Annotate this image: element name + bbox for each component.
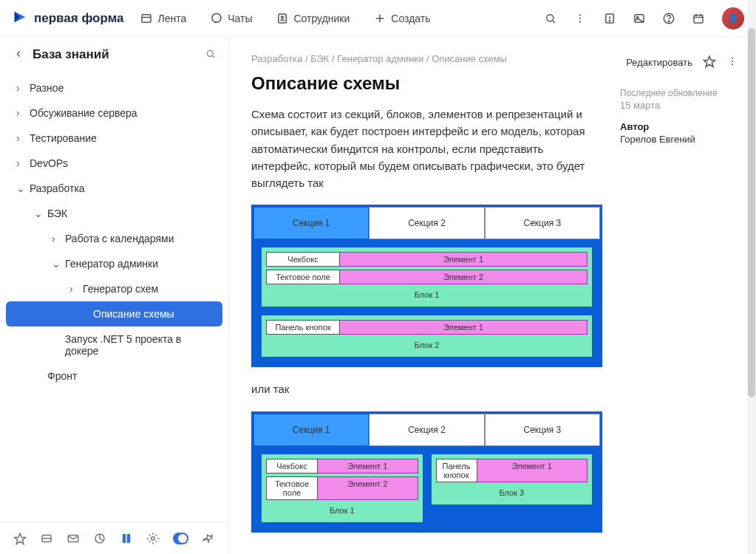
crumb-1[interactable]: БЭК — [310, 53, 329, 64]
svg-rect-30 — [123, 534, 126, 543]
scrollbar-thumb[interactable] — [748, 28, 755, 397]
chat-icon — [210, 12, 223, 25]
tree-item-1[interactable]: ›Обсуживание сервера — [6, 100, 222, 126]
avatar[interactable]: 👤 — [722, 7, 744, 30]
svg-point-4 — [282, 16, 284, 18]
tree-item-label: Описание схемы — [93, 308, 174, 320]
book-icon — [120, 532, 133, 545]
nav-create[interactable]: Создать — [366, 7, 437, 30]
crumb-3[interactable]: Описание схемы — [432, 53, 507, 64]
page-title: Описание схемы — [251, 73, 602, 94]
footer-star[interactable] — [13, 530, 27, 547]
crumb-0[interactable]: Разработка — [251, 53, 302, 64]
tree-item-2[interactable]: ›Тестирование — [6, 126, 222, 151]
footer-toggle[interactable] — [173, 533, 188, 544]
footer-mail[interactable] — [67, 530, 80, 547]
footer-book[interactable] — [120, 530, 133, 547]
tree-item-label: Разработка — [30, 182, 85, 194]
tree: ›Разное›Обсуживание сервера›Тестирование… — [0, 72, 228, 521]
tree-item-3[interactable]: ›DevOPs — [6, 151, 222, 176]
d1-tab-1: Секция 1 — [253, 207, 369, 239]
nav-employees-label: Сотрудники — [293, 13, 350, 24]
svg-point-7 — [547, 14, 554, 21]
meta-panel: Редактировать Последнее обновление 15 ма… — [620, 53, 738, 536]
kebab-button[interactable] — [570, 8, 590, 29]
footer-inbox[interactable] — [40, 530, 53, 547]
tree-item-8[interactable]: ›Генератор схем — [6, 276, 222, 301]
page-more-button[interactable] — [726, 55, 738, 69]
d1-block-1: ЧекбоксЭлемент 1 Тектовое полеЭлемент 2 … — [261, 247, 593, 307]
svg-point-23 — [207, 50, 213, 56]
more-vertical-icon — [726, 55, 738, 67]
tree-item-6[interactable]: ›Работа с календарями — [6, 226, 222, 251]
d1-b2-r0-el: Элемент 1 — [340, 320, 588, 335]
tree-item-11[interactable]: Фронт — [6, 363, 222, 389]
tree-item-5[interactable]: ⌄БЭК — [6, 201, 222, 226]
image-button[interactable] — [629, 8, 650, 29]
chevron-down-icon: ⌄ — [52, 258, 59, 270]
footer-settings[interactable] — [146, 530, 160, 547]
d2-l-r0-label: Чекбокс — [266, 459, 318, 473]
d2-l-r1-el: Элемент 2 — [318, 476, 418, 500]
tree-item-4[interactable]: ⌄Разработка — [6, 176, 222, 201]
intro-paragraph: Схема состоит из секций, блоков, элемент… — [251, 106, 602, 191]
calendar-button[interactable] — [688, 8, 709, 29]
svg-point-10 — [579, 17, 581, 18]
tree-item-label: Генератор схем — [83, 283, 158, 295]
d1-b1-name: Блок 1 — [266, 287, 588, 299]
logo-icon — [12, 9, 28, 27]
tree-item-label: Работа с календарями — [65, 233, 174, 244]
svg-point-32 — [151, 536, 155, 540]
tree-item-label: Разное — [30, 82, 64, 94]
tree-item-label: Запуск .NET 5 проекта в докере — [65, 333, 215, 357]
svg-point-18 — [668, 21, 670, 22]
feed-icon — [140, 12, 153, 25]
sidebar-back[interactable] — [13, 49, 24, 61]
tree-item-label: Фронт — [47, 370, 77, 382]
svg-point-35 — [732, 61, 733, 62]
nav-feed[interactable]: Лента — [132, 7, 194, 30]
tree-item-label: Тестирование — [30, 132, 97, 144]
sidebar-search[interactable] — [205, 48, 217, 62]
svg-point-34 — [732, 58, 733, 59]
help-button[interactable] — [658, 8, 679, 29]
nav-chats[interactable]: Чаты — [202, 7, 259, 30]
d2-left-block: ЧекбоксЭлемент 1 Тектовое полеЭлемент 2 … — [261, 454, 423, 523]
scrollbar[interactable] — [747, 0, 756, 554]
search-button[interactable] — [540, 8, 561, 29]
sidebar-title: База знаний — [33, 47, 196, 62]
sidebar: База знаний ›Разное›Обсуживание сервера›… — [0, 37, 229, 554]
svg-line-8 — [553, 21, 555, 23]
diagram-1: Секция 1 Секция 2 Секция 3 ЧекбоксЭлемен… — [251, 205, 602, 367]
d1-tab-2: Секция 2 — [369, 207, 484, 239]
svg-rect-0 — [142, 14, 151, 22]
tree-item-0[interactable]: ›Разное — [6, 75, 222, 100]
crumb-2[interactable]: Генератор админки — [337, 53, 423, 64]
chevron-right-icon: › — [16, 107, 24, 119]
chevron-left-icon — [13, 49, 24, 59]
svg-marker-33 — [704, 56, 715, 66]
tree-item-label: Обсуживание сервера — [30, 107, 137, 119]
footer-chart[interactable] — [93, 530, 106, 547]
sidebar-footer — [0, 521, 228, 554]
logo[interactable]: первая форма — [12, 9, 123, 27]
alerts-button[interactable] — [599, 8, 620, 29]
d2-r-r0-el: Элемент 1 — [477, 459, 588, 482]
edit-button[interactable]: Редактировать — [626, 57, 692, 68]
favorite-button[interactable] — [703, 55, 716, 70]
tree-item-label: DevOPs — [30, 157, 68, 169]
d1-block-2: Панель кнопокЭлемент 1 Блок 2 — [261, 315, 593, 358]
nav-employees[interactable]: Сотрудники — [268, 7, 357, 30]
star-icon — [703, 55, 716, 68]
tree-item-7[interactable]: ⌄Генератор админки — [6, 251, 222, 276]
svg-point-36 — [732, 64, 733, 65]
svg-point-9 — [579, 14, 581, 16]
tree-item-10[interactable]: Запуск .NET 5 проекта в докере — [6, 326, 222, 363]
d2-l-r0-el: Элемент 1 — [318, 459, 418, 473]
tree-item-9[interactable]: Описание схемы — [6, 301, 222, 326]
d1-tab-3: Секция 3 — [485, 207, 600, 239]
gear-icon — [146, 532, 160, 545]
svg-point-11 — [579, 21, 581, 22]
d1-b2-r0-label: Панель кнопок — [266, 320, 340, 335]
footer-pin[interactable] — [202, 530, 215, 547]
